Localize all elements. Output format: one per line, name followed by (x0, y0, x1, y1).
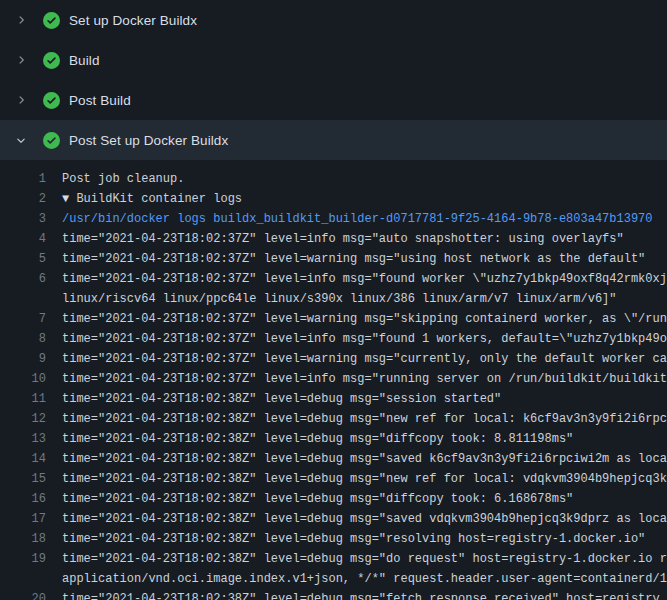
log-text: time="2021-04-23T18:02:37Z" level=info m… (62, 272, 667, 286)
log-text-cell: time="2021-04-23T18:02:38Z" level=debug … (46, 529, 667, 549)
log-text: time="2021-04-23T18:02:38Z" level=debug … (62, 392, 501, 406)
line-number[interactable]: 17 (0, 509, 46, 529)
log-line: 12 time="2021-04-23T18:02:38Z" level=deb… (0, 409, 667, 429)
step-list: Set up Docker Buildx Build (0, 0, 667, 160)
log-text: time="2021-04-23T18:02:38Z" level=debug … (62, 432, 573, 446)
log-text-cell: application/vnd.oci.image.index.v1+json,… (46, 569, 667, 589)
line-number[interactable]: 20 (0, 589, 46, 600)
log-text-cell: time="2021-04-23T18:02:37Z" level=info m… (46, 329, 667, 349)
log-text-cell: time="2021-04-23T18:02:38Z" level=debug … (46, 409, 667, 429)
log-line: 10 time="2021-04-23T18:02:37Z" level=inf… (0, 369, 667, 389)
step-header-set-up-docker-buildx[interactable]: Set up Docker Buildx (0, 0, 667, 40)
chevron-right-icon (13, 92, 29, 108)
log-line: 13 time="2021-04-23T18:02:38Z" level=deb… (0, 429, 667, 449)
log-text: time="2021-04-23T18:02:37Z" level=info m… (62, 332, 667, 346)
check-circle-icon (42, 91, 60, 109)
line-number[interactable]: 7 (0, 309, 46, 329)
log-text: time="2021-04-23T18:02:37Z" level=info m… (62, 372, 667, 386)
log-line: 8 time="2021-04-23T18:02:37Z" level=info… (0, 329, 667, 349)
log-text: Post job cleanup. (62, 172, 184, 186)
log-text: linux/riscv64 linux/ppc64le linux/s390x … (62, 292, 617, 306)
check-circle-icon (42, 131, 60, 149)
log-text-cell: time="2021-04-23T18:02:37Z" level=info m… (46, 229, 667, 249)
log-text-cell: Post job cleanup. (46, 169, 667, 189)
log-text-cell: time="2021-04-23T18:02:38Z" level=debug … (46, 589, 667, 600)
log-text-cell: time="2021-04-23T18:02:38Z" level=debug … (46, 429, 667, 449)
log-line: 3 /usr/bin/docker logs buildx_buildkit_b… (0, 209, 667, 229)
log-text-cell: time="2021-04-23T18:02:37Z" level=info m… (46, 369, 667, 389)
log-line: 16 time="2021-04-23T18:02:38Z" level=deb… (0, 489, 667, 509)
line-number[interactable]: 6 (0, 269, 46, 289)
check-circle-icon (42, 51, 60, 69)
line-number[interactable]: 12 (0, 409, 46, 429)
log-line: 4 time="2021-04-23T18:02:37Z" level=info… (0, 229, 667, 249)
line-number[interactable]: 5 (0, 249, 46, 269)
step-header-build[interactable]: Build (0, 40, 667, 80)
log-text-cell: time="2021-04-23T18:02:38Z" level=debug … (46, 509, 667, 529)
line-number[interactable]: 19 (0, 549, 46, 569)
log-text-cell: time="2021-04-23T18:02:38Z" level=debug … (46, 449, 667, 469)
line-number[interactable]: 18 (0, 529, 46, 549)
line-number[interactable]: 9 (0, 349, 46, 369)
log-line: 7 time="2021-04-23T18:02:37Z" level=warn… (0, 309, 667, 329)
line-number[interactable]: 2 (0, 189, 46, 209)
log-text-cell: time="2021-04-23T18:02:38Z" level=debug … (46, 489, 667, 509)
log-text-cell: time="2021-04-23T18:02:37Z" level=warnin… (46, 349, 667, 369)
log-text: time="2021-04-23T18:02:38Z" level=debug … (62, 532, 645, 546)
step-header-post-set-up-docker-buildx[interactable]: Post Set up Docker Buildx (0, 120, 667, 160)
log-text-cell: time="2021-04-23T18:02:37Z" level=warnin… (46, 249, 667, 269)
line-number[interactable]: 15 (0, 469, 46, 489)
line-number[interactable]: 16 (0, 489, 46, 509)
log-output: 1 Post job cleanup. 2 ▼ BuildKit contain… (0, 160, 667, 600)
log-text-cell: ▼ BuildKit container logs (46, 189, 667, 209)
log-line: 17 time="2021-04-23T18:02:38Z" level=deb… (0, 509, 667, 529)
log-text-cell: time="2021-04-23T18:02:38Z" level=debug … (46, 389, 667, 409)
line-number[interactable]: 4 (0, 229, 46, 249)
step-label: Build (69, 53, 100, 68)
log-text: /usr/bin/docker logs buildx_buildkit_bui… (62, 212, 653, 226)
log-line: 11 time="2021-04-23T18:02:38Z" level=deb… (0, 389, 667, 409)
log-text: time="2021-04-23T18:02:38Z" level=debug … (62, 512, 667, 526)
log-text: time="2021-04-23T18:02:37Z" level=warnin… (62, 352, 667, 366)
log-text: time="2021-04-23T18:02:37Z" level=info m… (62, 232, 624, 246)
line-number[interactable]: 13 (0, 429, 46, 449)
log-line: 6 time="2021-04-23T18:02:37Z" level=info… (0, 269, 667, 289)
log-line: 14 time="2021-04-23T18:02:38Z" level=deb… (0, 449, 667, 469)
log-text: time="2021-04-23T18:02:37Z" level=warnin… (62, 312, 667, 326)
log-line: 18 time="2021-04-23T18:02:38Z" level=deb… (0, 529, 667, 549)
chevron-down-icon (13, 132, 29, 148)
line-number[interactable]: 11 (0, 389, 46, 409)
line-number[interactable]: 3 (0, 209, 46, 229)
line-number[interactable]: 8 (0, 329, 46, 349)
log-text: BuildKit container logs (69, 192, 242, 206)
chevron-right-icon (13, 52, 29, 68)
log-text-cell: /usr/bin/docker logs buildx_buildkit_bui… (46, 209, 667, 229)
log-line: linux/riscv64 linux/ppc64le linux/s390x … (0, 289, 667, 309)
log-text: time="2021-04-23T18:02:38Z" level=debug … (62, 472, 667, 486)
log-line: application/vnd.oci.image.index.v1+json,… (0, 569, 667, 589)
log-text: application/vnd.oci.image.index.v1+json,… (62, 572, 667, 586)
line-number[interactable]: 10 (0, 369, 46, 389)
log-text: time="2021-04-23T18:02:37Z" level=warnin… (62, 252, 645, 266)
log-text: time="2021-04-23T18:02:38Z" level=debug … (62, 412, 667, 426)
check-circle-icon (42, 11, 60, 29)
log-line: 2 ▼ BuildKit container logs (0, 189, 667, 209)
log-text-cell: time="2021-04-23T18:02:37Z" level=info m… (46, 269, 667, 289)
log-text: time="2021-04-23T18:02:38Z" level=debug … (62, 492, 573, 506)
step-label: Post Build (69, 93, 131, 108)
line-number[interactable]: 1 (0, 169, 46, 189)
log-text: time="2021-04-23T18:02:38Z" level=debug … (62, 452, 667, 466)
line-number[interactable]: 14 (0, 449, 46, 469)
step-label: Post Set up Docker Buildx (69, 133, 228, 148)
log-line: 9 time="2021-04-23T18:02:37Z" level=warn… (0, 349, 667, 369)
log-line: 5 time="2021-04-23T18:02:37Z" level=warn… (0, 249, 667, 269)
step-header-post-build[interactable]: Post Build (0, 80, 667, 120)
log-text: time="2021-04-23T18:02:38Z" level=debug … (62, 552, 667, 566)
log-text: time="2021-04-23T18:02:38Z" level=debug … (62, 592, 660, 600)
log-line: 20 time="2021-04-23T18:02:38Z" level=deb… (0, 589, 667, 600)
log-text-cell: time="2021-04-23T18:02:37Z" level=warnin… (46, 309, 667, 329)
log-line: 19 time="2021-04-23T18:02:38Z" level=deb… (0, 549, 667, 569)
log-line: 1 Post job cleanup. (0, 169, 667, 189)
step-label: Set up Docker Buildx (69, 13, 197, 28)
log-text-cell: time="2021-04-23T18:02:38Z" level=debug … (46, 549, 667, 569)
